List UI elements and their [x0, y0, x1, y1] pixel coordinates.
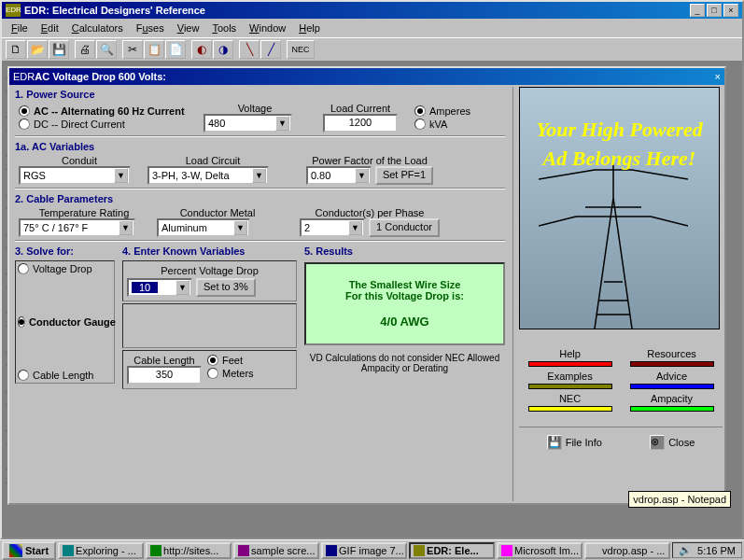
left-panel: 1. Power Source AC -- Alternating 60 Hz … [11, 87, 512, 501]
tooltip: vdrop.asp - Notepad [628, 491, 731, 508]
tb-new[interactable]: 🗋 [6, 40, 26, 59]
radio-kva[interactable]: kVA [414, 119, 470, 130]
menu-edit[interactable]: Edit [35, 21, 64, 35]
close-icon: ⊗ [650, 435, 665, 450]
tb-print[interactable]: 🖨 [75, 40, 95, 59]
menu-view[interactable]: View [172, 21, 205, 35]
results-line1: The Smallest Wire Size [314, 279, 496, 290]
tb-cut[interactable]: ✂ [122, 40, 143, 59]
load-current-label: Load Current [314, 103, 407, 114]
clock: 5:16 PM [697, 545, 736, 556]
link-advice[interactable]: Advice [630, 371, 714, 389]
tb-copy[interactable]: 📋 [144, 40, 164, 59]
temp-label: Temperature Rating [19, 207, 149, 218]
tb-nec[interactable]: NEC [287, 40, 315, 59]
link-resources[interactable]: Resources [630, 348, 714, 367]
radio-cable-length[interactable]: Cable Length [18, 370, 112, 381]
radio-dc[interactable]: DC -- Direct Current [19, 119, 196, 130]
set-3pct-button[interactable]: Set to 3% [196, 278, 256, 297]
task-edr[interactable]: EDR: Ele... [409, 542, 495, 559]
right-panel: Your High Powered Ad Belongs Here! Help … [512, 87, 723, 501]
task-msim[interactable]: Microsoft Im... [497, 542, 583, 559]
menu-file[interactable]: File [6, 21, 34, 35]
section5-header: 5. Results [301, 244, 509, 259]
tb-tool1[interactable]: ◐ [191, 40, 212, 59]
link-help[interactable]: Help [528, 348, 612, 367]
file-info-button[interactable]: 💾File Info [547, 435, 602, 450]
menu-help[interactable]: Help [293, 21, 326, 35]
menubar: File Edit Calculators Fuses View Tools W… [2, 19, 742, 37]
windows-icon [9, 544, 22, 557]
child-titlebar: EDR AC Voltage Drop 600 Volts: × [9, 68, 724, 85]
tb-open[interactable]: 📂 [27, 40, 48, 59]
metal-select[interactable]: Aluminum▼ [157, 218, 250, 237]
results-box: The Smallest Wire Size For this Voltage … [304, 262, 505, 345]
results-note: VD Calculations do not consider NEC Allo… [301, 349, 509, 377]
link-examples[interactable]: Examples [528, 371, 612, 389]
one-conductor-button[interactable]: 1 Conductor [369, 218, 440, 237]
cpp-label: Conductor(s) per Phase [286, 207, 454, 218]
radio-conductor-gauge[interactable]: Conductor Gauge [18, 316, 112, 328]
menu-calculators[interactable]: Calculators [66, 21, 129, 35]
radio-amperes[interactable]: Amperes [414, 105, 470, 117]
radio-ac[interactable]: AC -- Alternating 60 Hz Current [19, 105, 196, 117]
tb-line1[interactable]: ╲ [239, 40, 260, 59]
conduit-label: Conduit [19, 155, 140, 166]
pvd-label: Percent Voltage Drop [127, 265, 292, 276]
task-sample[interactable]: sample scre... [233, 542, 319, 559]
task-gif[interactable]: GIF image 7... [321, 542, 407, 559]
section4-header: 4. Enter Known Variables [119, 244, 301, 259]
child-icon: EDR [13, 71, 35, 82]
cpp-select[interactable]: 2▼ [300, 218, 365, 237]
app-title: EDR: Electrical Designers' Reference [24, 5, 690, 16]
mdi-area: E D R E D R E D R E D R E R E D R E D R … [2, 61, 742, 538]
tb-preview[interactable]: 🔍 [96, 40, 117, 59]
tb-save[interactable]: 💾 [49, 40, 69, 59]
cable-len-label: Cable Length [127, 355, 202, 366]
menu-tools[interactable]: Tools [206, 21, 242, 35]
tb-paste[interactable]: 📄 [165, 40, 186, 59]
system-tray[interactable]: 🔊5:16 PM [672, 542, 742, 558]
section1a-header: 1a. AC Variables [11, 139, 509, 154]
cable-len-input[interactable]: 350 [127, 366, 202, 385]
disk-icon: 💾 [547, 435, 562, 450]
radio-meters[interactable]: Meters [207, 368, 254, 379]
section1-header: 1. Power Source [11, 87, 509, 102]
results-value: 4/0 AWG [314, 315, 496, 329]
maximize-button[interactable]: □ [707, 4, 722, 17]
task-http[interactable]: http://sites... [146, 542, 232, 559]
link-ampacity[interactable]: Ampacity [630, 393, 714, 412]
close-button[interactable]: × [723, 4, 738, 17]
load-current-input[interactable]: 1200 [323, 114, 398, 133]
radio-feet[interactable]: Feet [207, 355, 254, 366]
radio-voltage-drop[interactable]: Voltage Drop [18, 263, 112, 274]
menu-fuses[interactable]: Fuses [131, 21, 170, 35]
child-close-button[interactable]: × [715, 71, 721, 82]
taskbar: Start Exploring - ... http://sites... sa… [0, 539, 744, 560]
pf-select[interactable]: 0.80▼ [306, 166, 372, 185]
temp-select[interactable]: 75° C / 167° F▼ [19, 218, 135, 237]
ad-box[interactable]: Your High Powered Ad Belongs Here! [519, 87, 720, 329]
set-pf-button[interactable]: Set PF=1 [375, 166, 433, 185]
load-circuit-select[interactable]: 3-PH, 3-W, Delta▼ [147, 166, 269, 185]
voltage-select[interactable]: 480▼ [204, 114, 292, 133]
tb-tool2[interactable]: ◑ [213, 40, 233, 59]
pf-label: Power Factor of the Load [286, 155, 454, 166]
task-vdrop[interactable]: vdrop.asp - ... [584, 542, 670, 559]
pvd-select[interactable]: 10▼ [127, 278, 192, 297]
link-nec[interactable]: NEC [528, 393, 612, 412]
voltage-label: Voltage [204, 103, 306, 114]
conduit-select[interactable]: RGS▼ [19, 166, 131, 185]
task-exploring[interactable]: Exploring - ... [58, 542, 144, 559]
section3-header: 3. Solve for: [11, 244, 119, 259]
close-panel-button[interactable]: ⊗Close [650, 435, 695, 450]
metal-label: Conductor Metal [157, 207, 278, 218]
app-window: EDR EDR: Electrical Designers' Reference… [0, 0, 744, 539]
minimize-button[interactable]: _ [690, 4, 705, 17]
app-icon: EDR [6, 4, 21, 17]
section2-header: 2. Cable Parameters [11, 191, 509, 206]
menu-window[interactable]: Window [244, 21, 291, 35]
child-title-text: AC Voltage Drop 600 Volts: [35, 71, 714, 82]
start-button[interactable]: Start [2, 541, 56, 560]
tb-line2[interactable]: ╱ [260, 40, 281, 59]
